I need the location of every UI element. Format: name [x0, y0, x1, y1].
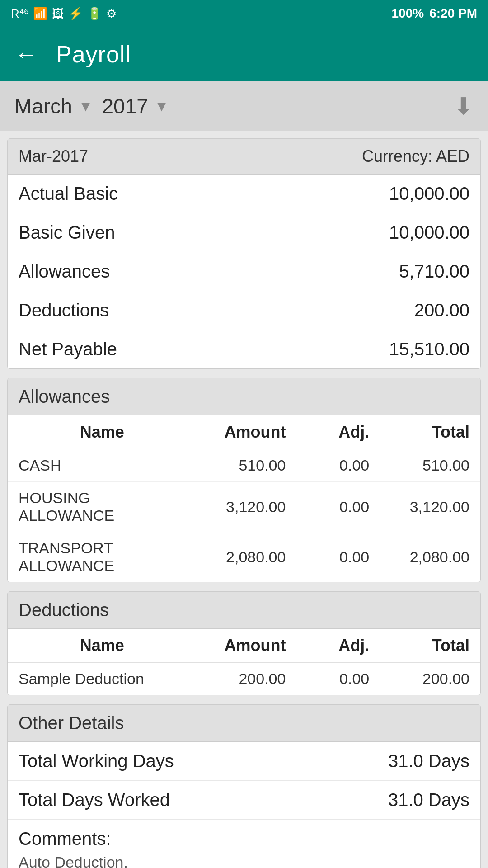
deductions-col-amount: Amount [186, 636, 286, 655]
allowances-row-transport: TRANSPORT ALLOWANCE 2,080.00 0.00 2,080.… [8, 532, 480, 582]
allowances-card: Allowances Name Amount Adj. Total CASH 5… [7, 378, 481, 582]
basic-given-label: Basic Given [19, 222, 115, 243]
net-payable-label: Net Payable [19, 339, 117, 359]
allowances-col-name: Name [19, 423, 186, 442]
summary-row-net-payable: Net Payable 15,510.00 [8, 330, 480, 368]
download-button[interactable]: ⬇ [454, 93, 474, 120]
working-days-row: Total Working Days 31.0 Days [8, 742, 480, 781]
cash-adj: 0.00 [286, 457, 369, 474]
deductions-title: Deductions [19, 600, 109, 620]
month-selector[interactable]: March ▼ [14, 94, 93, 118]
sample-deduction-amount: 200.00 [186, 670, 286, 688]
actual-basic-label: Actual Basic [19, 184, 118, 204]
summary-row-allowances: Allowances 5,710.00 [8, 252, 480, 291]
working-days-value: 31.0 Days [388, 751, 469, 771]
other-details-title: Other Details [19, 713, 124, 733]
deductions-col-name: Name [19, 636, 186, 655]
transport-name: TRANSPORT ALLOWANCE [19, 539, 186, 575]
deductions-section-header: Deductions [8, 592, 480, 629]
allowances-column-headers: Name Amount Adj. Total [8, 415, 480, 449]
year-selector[interactable]: 2017 ▼ [102, 94, 169, 118]
cash-name: CASH [19, 457, 186, 474]
sample-deduction-adj: 0.00 [286, 670, 369, 688]
actual-basic-value: 10,000.00 [389, 184, 469, 204]
image-icon: 🖼 [52, 7, 64, 21]
allowances-row-cash: CASH 510.00 0.00 510.00 [8, 449, 480, 482]
deductions-row-sample: Sample Deduction 200.00 0.00 200.00 [8, 663, 480, 695]
transport-adj: 0.00 [286, 548, 369, 566]
sample-deduction-total: 200.00 [369, 670, 469, 688]
deductions-summary-label: Deductions [19, 300, 109, 321]
selector-bar: March ▼ 2017 ▼ ⬇ [0, 81, 488, 131]
days-worked-row: Total Days Worked 31.0 Days [8, 781, 480, 820]
status-left: R⁴⁶ 📶 🖼 ⚡ 🔋 ⚙ [11, 7, 117, 21]
time: 6:20 PM [429, 6, 477, 21]
summary-row-deductions: Deductions 200.00 [8, 291, 480, 330]
year-dropdown-arrow[interactable]: ▼ [155, 98, 169, 115]
other-details-section-header: Other Details [8, 705, 480, 742]
summary-header: Mar-2017 Currency: AED [8, 139, 480, 175]
net-payable-value: 15,510.00 [389, 339, 469, 359]
allowances-title: Allowances [19, 387, 110, 406]
month-label: March [14, 94, 72, 118]
wifi-icon: 📶 [33, 7, 47, 21]
deductions-col-adj: Adj. [286, 636, 369, 655]
allowances-summary-value: 5,710.00 [399, 261, 469, 282]
comments-label: Comments: [19, 829, 469, 849]
allowances-row-housing: HOUSING ALLOWANCE 3,120.00 0.00 3,120.00 [8, 482, 480, 532]
summary-period: Mar-2017 [19, 147, 88, 166]
working-days-label: Total Working Days [19, 751, 174, 771]
summary-currency: Currency: AED [362, 147, 469, 166]
other-details-card: Other Details Total Working Days 31.0 Da… [7, 704, 481, 868]
comments-block: Comments: Auto Deduction, [8, 820, 480, 868]
battery-level: 100% [392, 6, 424, 21]
summary-row-basic-given: Basic Given 10,000.00 [8, 213, 480, 252]
month-dropdown-arrow[interactable]: ▼ [79, 98, 93, 115]
allowances-section-header: Allowances [8, 378, 480, 415]
housing-total: 3,120.00 [369, 498, 469, 516]
transport-total: 2,080.00 [369, 548, 469, 566]
status-bar: R⁴⁶ 📶 🖼 ⚡ 🔋 ⚙ 100% 6:20 PM [0, 0, 488, 27]
summary-row-actual-basic: Actual Basic 10,000.00 [8, 175, 480, 213]
days-worked-value: 31.0 Days [388, 790, 469, 810]
status-right: 100% 6:20 PM [392, 6, 477, 21]
allowances-col-amount: Amount [186, 423, 286, 442]
content-area: Mar-2017 Currency: AED Actual Basic 10,0… [0, 131, 488, 868]
housing-name: HOUSING ALLOWANCE [19, 489, 186, 524]
housing-adj: 0.00 [286, 498, 369, 516]
summary-card: Mar-2017 Currency: AED Actual Basic 10,0… [7, 138, 481, 369]
deductions-column-headers: Name Amount Adj. Total [8, 629, 480, 663]
deductions-summary-value: 200.00 [414, 300, 469, 321]
days-worked-label: Total Days Worked [19, 790, 170, 810]
housing-amount: 3,120.00 [186, 498, 286, 516]
allowances-summary-label: Allowances [19, 261, 110, 282]
battery-icon: 🔋 [87, 7, 102, 21]
usb-icon: ⚡ [68, 7, 83, 21]
deductions-col-total: Total [369, 636, 469, 655]
allowances-col-total: Total [369, 423, 469, 442]
allowances-col-adj: Adj. [286, 423, 369, 442]
app-header: ← Payroll [0, 27, 488, 81]
cash-amount: 510.00 [186, 457, 286, 474]
comments-text: Auto Deduction, [19, 854, 469, 868]
year-label: 2017 [102, 94, 148, 118]
back-button[interactable]: ← [14, 41, 38, 68]
deductions-card: Deductions Name Amount Adj. Total Sample… [7, 591, 481, 695]
basic-given-value: 10,000.00 [389, 222, 469, 243]
sample-deduction-name: Sample Deduction [19, 670, 186, 688]
signal-icon: R⁴⁶ [11, 7, 28, 21]
usb2-icon: ⚙ [106, 7, 117, 21]
transport-amount: 2,080.00 [186, 548, 286, 566]
page-title: Payroll [56, 41, 131, 68]
cash-total: 510.00 [369, 457, 469, 474]
